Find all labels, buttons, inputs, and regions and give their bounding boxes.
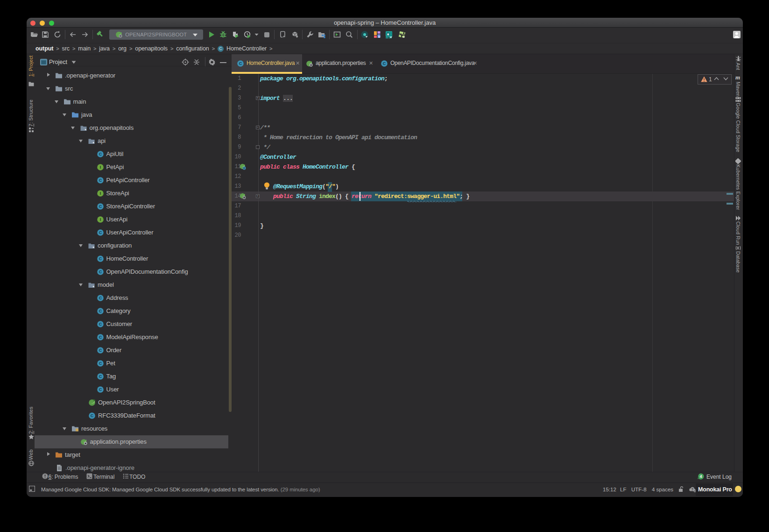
svg-text:C: C	[99, 230, 102, 235]
svg-text:C: C	[239, 61, 242, 66]
svg-text:C: C	[99, 335, 102, 340]
svg-text:C: C	[99, 152, 102, 156]
svg-text:4: 4	[700, 474, 702, 479]
svg-text:C: C	[99, 322, 102, 326]
svg-text:C: C	[99, 348, 102, 353]
svg-text:C: C	[99, 361, 102, 366]
svg-text:C: C	[99, 374, 102, 379]
svg-text:C: C	[99, 387, 102, 392]
svg-text:C: C	[99, 256, 102, 261]
svg-text:C: C	[99, 178, 102, 183]
svg-text:C: C	[91, 413, 94, 418]
svg-text:I: I	[99, 217, 101, 222]
svg-text:C: C	[99, 309, 102, 313]
svg-text:I: I	[99, 191, 101, 196]
svg-text:?: ?	[691, 487, 693, 491]
svg-text:C: C	[383, 61, 386, 66]
svg-text:c: c	[243, 166, 245, 170]
svg-text:I: I	[99, 165, 101, 170]
svg-text:C: C	[99, 270, 102, 274]
svg-text:C: C	[99, 296, 102, 300]
svg-text:C: C	[99, 204, 102, 209]
